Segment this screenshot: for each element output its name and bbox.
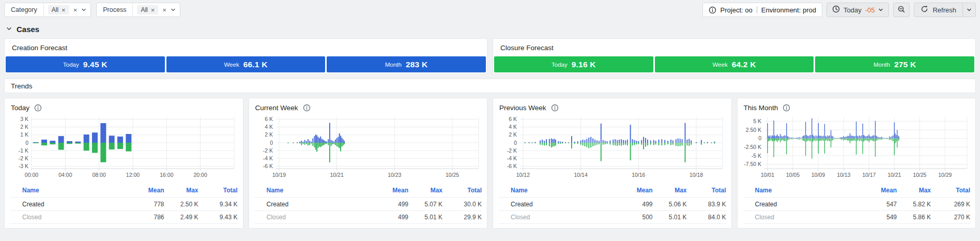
- trend-table-row: Created5475.82 K269 K: [743, 197, 971, 210]
- creation-forecast-panel: Creation Forecast Today9.45 K Week66.1 K…: [4, 38, 487, 74]
- series-value: 5.82 K: [897, 201, 931, 208]
- svg-text:-6 K: -6 K: [507, 163, 517, 169]
- previous-week-trend-table: NameMeanMaxTotalCreated4995.06 K83.9 KCl…: [498, 184, 726, 224]
- chip-remove-icon[interactable]: ×: [62, 7, 66, 13]
- svg-text:2 K: 2 K: [265, 131, 273, 138]
- filter-controls: Category All × × Process All: [4, 3, 180, 17]
- creation-week-button[interactable]: Week66.1 K: [166, 56, 326, 72]
- series-value: 29.9 K: [442, 214, 482, 221]
- series-name[interactable]: Closed: [755, 214, 864, 221]
- previous-week-trend-panel: Previous Week 6 K4 K2 K0-2 K-4 K-6 K10/1…: [493, 98, 732, 229]
- info-icon[interactable]: [783, 104, 790, 112]
- trend-table-row: Created4995.07 K30.0 K: [254, 197, 482, 210]
- this-month-trend-table: NameMeanMaxTotalCreated5475.82 K269 KClo…: [743, 184, 971, 224]
- svg-text:1 K: 1 K: [20, 131, 28, 138]
- section-title: Trends: [11, 82, 33, 90]
- series-name[interactable]: Created: [511, 201, 620, 208]
- svg-text:6 K: 6 K: [265, 116, 273, 122]
- series-value: 269 K: [931, 201, 970, 208]
- time-range-button[interactable]: Today -05: [826, 3, 890, 17]
- series-value: 270 K: [931, 214, 970, 221]
- info-icon[interactable]: [34, 104, 42, 112]
- refresh-icon: [921, 5, 928, 14]
- trend-table-row: Created7782.50 K9.34 K: [10, 197, 238, 210]
- svg-text:16:00: 16:00: [160, 172, 173, 178]
- svg-text:10/25: 10/25: [445, 172, 458, 178]
- today-trend-table: NameMeanMaxTotalCreated7782.50 K9.34 KCl…: [10, 184, 238, 224]
- series-value: 500: [620, 214, 653, 221]
- chip-remove-icon[interactable]: ×: [151, 7, 155, 13]
- series-value: 499: [375, 214, 408, 221]
- svg-text:-2 K: -2 K: [507, 147, 517, 154]
- series-value: 9.43 K: [198, 214, 238, 221]
- series-name[interactable]: Created: [267, 201, 376, 208]
- process-filter[interactable]: Process All × ×: [96, 3, 180, 17]
- series-name[interactable]: Created: [22, 201, 131, 208]
- creation-month-button[interactable]: Month283 K: [327, 56, 486, 72]
- collapse-chevron-icon[interactable]: [6, 25, 12, 33]
- svg-text:10/29: 10/29: [938, 172, 952, 178]
- clear-filter-icon[interactable]: ×: [73, 7, 78, 13]
- clock-icon: [832, 5, 840, 14]
- closure-today-button[interactable]: Today9.16 K: [494, 56, 653, 72]
- refresh-options-button[interactable]: [963, 3, 975, 17]
- svg-text:10/25: 10/25: [913, 172, 926, 178]
- trend-table-row: Created4995.06 K83.9 K: [498, 197, 726, 210]
- series-name[interactable]: Closed: [22, 214, 131, 221]
- closure-week-button[interactable]: Week64.2 K: [655, 56, 814, 72]
- closure-month-button[interactable]: Month275 K: [815, 56, 974, 72]
- svg-text:6 K: 6 K: [509, 116, 517, 122]
- clear-filter-icon[interactable]: ×: [162, 7, 166, 13]
- svg-text:10/19: 10/19: [272, 172, 285, 178]
- series-value: 30.0 K: [442, 201, 482, 208]
- chevron-down-icon[interactable]: [81, 7, 86, 12]
- chart-title: Today: [11, 104, 29, 112]
- series-value: 778: [131, 201, 164, 208]
- info-icon[interactable]: [551, 104, 559, 112]
- trend-table-row: Closed7862.49 K9.43 K: [10, 210, 238, 224]
- dashboard: Category All × × Process All: [0, 0, 980, 233]
- process-filter-chip[interactable]: All ×: [137, 5, 158, 14]
- creation-today-button[interactable]: Today9.45 K: [6, 56, 165, 72]
- svg-text:10/21: 10/21: [887, 172, 901, 178]
- series-value: 499: [620, 201, 653, 208]
- svg-text:10/18: 10/18: [690, 172, 703, 178]
- utc-offset-label: -05: [865, 6, 875, 14]
- svg-text:4 K: 4 K: [265, 124, 273, 130]
- current-week-trend-table: NameMeanMaxTotalCreated4995.07 K30.0 KCl…: [254, 184, 482, 224]
- series-value: 84.0 K: [687, 214, 726, 221]
- refresh-button-group: Refresh: [914, 3, 976, 17]
- series-value: 2.49 K: [164, 214, 198, 221]
- svg-text:-6 K: -6 K: [263, 163, 272, 169]
- series-value: 9.34 K: [198, 201, 238, 208]
- svg-text:10/14: 10/14: [574, 172, 587, 178]
- previous-week-trend-chart: 6 K4 K2 K0-2 K-4 K-6 K10/1210/1410/1610/…: [498, 114, 726, 183]
- trend-table-row: Closed5495.86 K270 K: [743, 210, 971, 224]
- zoom-out-button[interactable]: [893, 3, 910, 17]
- series-name[interactable]: Closed: [511, 214, 620, 221]
- project-environment-info: Project: oo Environment: prod: [702, 3, 822, 17]
- trends-section-header: Trends: [4, 79, 976, 93]
- panel-title: Closure Forecast: [494, 39, 974, 56]
- chevron-down-icon[interactable]: [171, 7, 176, 12]
- svg-text:4 K: 4 K: [509, 124, 517, 130]
- today-trend-chart: 3 K2 K1 K0-1 K-2 K-3 K00:0004:0008:0012:…: [10, 114, 238, 183]
- series-name[interactable]: Closed: [267, 214, 376, 221]
- svg-text:00:00: 00:00: [25, 172, 38, 178]
- trend-table-header: NameMeanMaxTotal: [743, 184, 971, 197]
- svg-text:2.50 K: 2.50 K: [745, 127, 761, 133]
- today-trend-panel: Today 3 K2 K1 K0-1 K-2 K-3 K00:0004:0008…: [4, 98, 243, 229]
- top-bar-right: Project: oo Environment: prod Today -05: [702, 3, 976, 17]
- cases-section-header[interactable]: Cases: [6, 25, 976, 34]
- environment-label: Environment: prod: [761, 6, 816, 14]
- series-name[interactable]: Created: [755, 201, 864, 208]
- category-filter[interactable]: Category All × ×: [4, 3, 91, 17]
- svg-text:0: 0: [514, 140, 517, 146]
- series-value: 5.01 K: [653, 214, 687, 221]
- refresh-button[interactable]: Refresh: [914, 3, 962, 17]
- info-icon[interactable]: [303, 104, 311, 112]
- trend-table-header: NameMeanMaxTotal: [254, 184, 482, 197]
- series-value: 5.86 K: [897, 214, 931, 221]
- panel-title: Creation Forecast: [6, 39, 486, 56]
- category-filter-chip[interactable]: All ×: [48, 5, 69, 14]
